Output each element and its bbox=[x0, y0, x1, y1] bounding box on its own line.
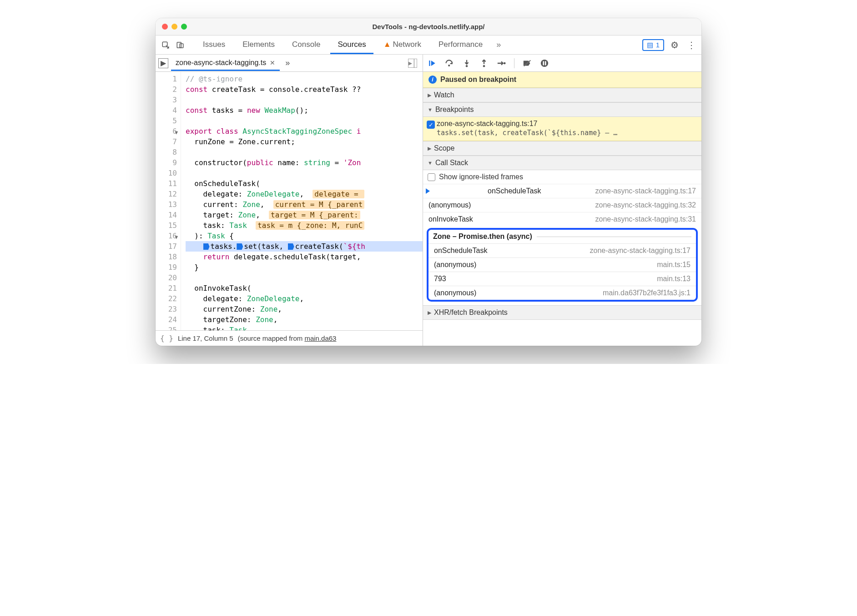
snippets-run-icon[interactable]: ▸│ bbox=[408, 59, 417, 68]
main-split: ▶ zone-async-stack-tagging.ts ✕ » ▸│ 123… bbox=[156, 55, 701, 346]
callstack-frame[interactable]: (anonymous)zone-async-stack-tagging.ts:3… bbox=[423, 198, 701, 212]
callstack-frame[interactable]: onInvokeTaskzone-async-stack-tagging.ts:… bbox=[423, 212, 701, 226]
tab-elements[interactable]: Elements bbox=[235, 35, 282, 54]
section-xhr-label: XHR/fetch Breakpoints bbox=[434, 308, 508, 317]
expand-icon: ▼ bbox=[428, 160, 433, 166]
svg-point-6 bbox=[483, 65, 485, 67]
tab-console[interactable]: Console bbox=[285, 35, 328, 54]
resume-icon[interactable] bbox=[428, 59, 437, 68]
svg-point-5 bbox=[466, 65, 468, 67]
breakpoint-checkbox[interactable]: ✓ bbox=[427, 121, 435, 129]
issue-count: 1 bbox=[656, 41, 660, 49]
expand-icon: ▼ bbox=[428, 107, 433, 112]
tab-issues[interactable]: Issues bbox=[196, 35, 232, 54]
warning-icon: ▲ bbox=[383, 40, 391, 49]
show-ignore-label: Show ignore-listed frames bbox=[439, 173, 523, 181]
titlebar: DevTools - ng-devtools.netlify.app/ bbox=[156, 18, 701, 35]
step-over-icon[interactable] bbox=[445, 59, 454, 68]
breakpoints-list: ✓ zone-async-stack-tagging.ts:17 tasks.s… bbox=[423, 117, 701, 141]
navigator-toggle-icon[interactable]: ▶ bbox=[158, 58, 168, 68]
file-tab-name: zone-async-stack-tagging.ts bbox=[176, 59, 266, 67]
frame-function: onScheduleTask bbox=[434, 247, 487, 255]
more-tabs-icon[interactable]: » bbox=[492, 40, 505, 50]
section-breakpoints[interactable]: ▼ Breakpoints bbox=[423, 102, 701, 117]
mapping-text: (source mapped from main.da63 bbox=[238, 334, 337, 342]
line-gutter[interactable]: 123456▼78910111213141516▼171819202122232… bbox=[156, 72, 181, 330]
frame-location: zone-async-stack-tagging.ts:17 bbox=[595, 187, 696, 195]
frame-location: main.ts:15 bbox=[657, 261, 691, 269]
pause-exceptions-icon[interactable] bbox=[540, 59, 549, 68]
debugger-pane: i Paused on breakpoint ▶ Watch ▼ Breakpo… bbox=[423, 55, 701, 346]
breakpoint-item[interactable]: ✓ zone-async-stack-tagging.ts:17 tasks.s… bbox=[423, 117, 701, 141]
paused-banner: i Paused on breakpoint bbox=[423, 72, 701, 88]
collapse-icon: ▶ bbox=[428, 310, 431, 316]
tab-performance[interactable]: Performance bbox=[431, 35, 490, 54]
callstack-frame[interactable]: onScheduleTaskzone-async-stack-tagging.t… bbox=[428, 243, 696, 258]
close-tab-icon[interactable]: ✕ bbox=[270, 59, 275, 66]
step-into-icon[interactable] bbox=[462, 59, 471, 68]
step-icon[interactable] bbox=[497, 59, 506, 68]
tab-network-label: Network bbox=[393, 40, 421, 49]
issues-counter[interactable]: ▤ 1 bbox=[642, 39, 664, 51]
svg-rect-11 bbox=[543, 61, 544, 65]
svg-point-7 bbox=[504, 62, 506, 64]
deactivate-breakpoints-icon[interactable] bbox=[523, 59, 532, 68]
svg-rect-12 bbox=[545, 61, 546, 65]
callstack-frame[interactable]: 793main.ts:13 bbox=[428, 272, 696, 286]
source-pane: ▶ zone-async-stack-tagging.ts ✕ » ▸│ 123… bbox=[156, 55, 423, 346]
collapse-icon: ▶ bbox=[428, 92, 431, 98]
tab-network[interactable]: ▲Network bbox=[376, 35, 428, 54]
section-scope-label: Scope bbox=[434, 144, 454, 152]
callstack-frame[interactable]: (anonymous)main.ts:15 bbox=[428, 258, 696, 272]
callstack-body: Show ignore-listed frames onScheduleTask… bbox=[423, 170, 701, 305]
frame-function: (anonymous) bbox=[428, 201, 471, 209]
pretty-print-icon[interactable]: { } bbox=[160, 334, 173, 343]
section-callstack[interactable]: ▼ Call Stack bbox=[423, 156, 701, 170]
show-ignore-listed[interactable]: Show ignore-listed frames bbox=[423, 170, 701, 184]
callstack-frame[interactable]: onScheduleTaskzone-async-stack-tagging.t… bbox=[423, 184, 701, 198]
mapping-prefix: (source mapped from bbox=[238, 334, 305, 342]
frame-location: main.da63f7b2fe3f1fa3.js:1 bbox=[603, 289, 691, 297]
debug-toolbar bbox=[423, 55, 701, 72]
checkbox-icon[interactable] bbox=[428, 173, 435, 181]
tab-sources[interactable]: Sources bbox=[330, 35, 373, 54]
settings-icon[interactable]: ⚙ bbox=[669, 40, 681, 50]
step-out-icon[interactable] bbox=[479, 59, 489, 68]
code-editor[interactable]: 123456▼78910111213141516▼171819202122232… bbox=[156, 72, 423, 330]
code-content[interactable]: // @ts-ignoreconst createTask = console.… bbox=[181, 72, 423, 330]
file-tab-active[interactable]: zone-async-stack-tagging.ts ✕ bbox=[171, 55, 280, 71]
collapse-icon: ▶ bbox=[428, 146, 431, 151]
frame-function: 793 bbox=[434, 275, 446, 283]
info-icon: i bbox=[428, 76, 437, 84]
main-toolbar: Issues Elements Console Sources ▲Network… bbox=[156, 35, 701, 55]
async-stack-group: Zone – Promise.then (async) onScheduleTa… bbox=[427, 228, 698, 302]
frame-function: (anonymous) bbox=[434, 261, 476, 269]
paused-label: Paused on breakpoint bbox=[440, 76, 516, 84]
frame-function: (anonymous) bbox=[434, 289, 476, 297]
async-label: Zone – Promise.then (async) bbox=[433, 232, 532, 241]
file-tab-bar: ▶ zone-async-stack-tagging.ts ✕ » ▸│ bbox=[156, 55, 423, 72]
inspect-element-icon[interactable] bbox=[159, 39, 172, 51]
frame-location: main.ts:13 bbox=[657, 275, 691, 283]
callstack-frame[interactable]: (anonymous)main.da63f7b2fe3f1fa3.js:1 bbox=[428, 286, 696, 300]
svg-point-10 bbox=[541, 59, 548, 66]
async-group-header: Zone – Promise.then (async) bbox=[428, 230, 696, 243]
svg-point-4 bbox=[448, 64, 450, 66]
device-toolbar-icon[interactable] bbox=[174, 39, 187, 51]
svg-rect-1 bbox=[177, 42, 181, 48]
frame-location: zone-async-stack-tagging.ts:31 bbox=[595, 215, 696, 223]
separator bbox=[514, 58, 514, 68]
section-xhr-breakpoints[interactable]: ▶ XHR/fetch Breakpoints bbox=[423, 305, 701, 320]
devtools-window: DevTools - ng-devtools.netlify.app/ Issu… bbox=[156, 18, 701, 346]
more-files-icon[interactable]: » bbox=[285, 58, 290, 68]
section-scope[interactable]: ▶ Scope bbox=[423, 141, 701, 156]
message-icon: ▤ bbox=[647, 41, 653, 49]
breakpoint-snippet: tasks.set(task, createTask(`${this.name}… bbox=[437, 129, 697, 137]
frame-location: zone-async-stack-tagging.ts:17 bbox=[590, 247, 691, 255]
more-menu-icon[interactable]: ⋮ bbox=[685, 40, 698, 50]
section-callstack-label: Call Stack bbox=[435, 159, 468, 167]
frame-function: onScheduleTask bbox=[488, 187, 541, 195]
section-watch[interactable]: ▶ Watch bbox=[423, 88, 701, 102]
section-watch-label: Watch bbox=[434, 91, 454, 99]
source-map-link[interactable]: main.da63 bbox=[304, 334, 336, 342]
